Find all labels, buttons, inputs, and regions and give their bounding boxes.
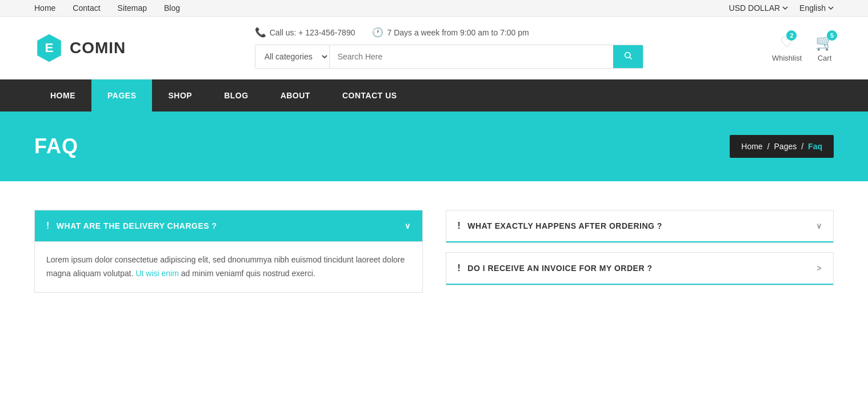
nav-shop[interactable]: SHOP [152, 79, 208, 112]
breadcrumb-sep1: / [767, 142, 770, 151]
language-chevron-icon [828, 5, 834, 11]
breadcrumb-home[interactable]: Home [741, 142, 762, 151]
breadcrumb: Home / Pages / Faq [730, 135, 834, 158]
search-bar: All categories [255, 45, 643, 69]
faq-left-col: ! WHAT ARE THE DELIVERY CHARGES ? ∨ Lore… [34, 210, 423, 302]
faq-content: ! WHAT ARE THE DELIVERY CHARGES ? ∨ Lore… [0, 181, 868, 331]
faq-chevron-ordering: ∨ [816, 221, 822, 230]
faq-body-delivery: Lorem ipsum dolor consectetue adipiscing… [35, 241, 422, 292]
hours-info: 🕐 7 Days a week from 9:00 am to 7:00 pm [372, 27, 529, 38]
faq-body-link[interactable]: Ut wisi enim [135, 269, 178, 278]
cart-button[interactable]: 🛒 5 Cart [815, 34, 834, 62]
currency-chevron-icon [782, 5, 788, 11]
header-center: 📞 Call us: + 123-456-7890 🕐 7 Days a wee… [255, 27, 643, 69]
top-bar: Home Contact Sitemap Blog USD DOLLAR Eng… [0, 0, 868, 17]
hours-label: 7 Days a week from 9:00 am to 7:00 pm [387, 28, 529, 37]
faq-icon-ordering: ! [458, 221, 461, 231]
page-title: FAQ [34, 134, 78, 158]
phone-info: 📞 Call us: + 123-456-7890 [255, 27, 355, 38]
logo-hex-icon: E [34, 33, 64, 63]
clock-icon: 🕐 [372, 27, 383, 38]
cart-badge: 5 [827, 30, 837, 41]
page-banner: FAQ Home / Pages / Faq [0, 112, 868, 181]
phone-label: Call us: + 123-456-7890 [270, 28, 355, 37]
svg-line-3 [630, 57, 631, 59]
wishlist-label: Whishlist [772, 54, 802, 62]
nav-about[interactable]: ABOUT [265, 79, 326, 112]
faq-title-invoice: DO I RECEIVE AN INVOICE FOR MY ORDER ? [467, 264, 817, 273]
main-nav: HOME PAGES SHOP BLOG ABOUT CONTACT US [0, 79, 868, 112]
breadcrumb-sep2: / [801, 142, 803, 151]
breadcrumb-pages[interactable]: Pages [774, 142, 797, 151]
faq-title-ordering: WHAT EXACTLY HAPPENS AFTER ORDERING ? [467, 221, 815, 230]
faq-header-ordering[interactable]: ! WHAT EXACTLY HAPPENS AFTER ORDERING ? … [446, 210, 834, 242]
faq-item-invoice: ! DO I RECEIVE AN INVOICE FOR MY ORDER ?… [446, 252, 834, 285]
phone-icon: 📞 [255, 27, 266, 38]
faq-icon-delivery: ! [46, 221, 50, 231]
faq-chevron-invoice: > [817, 264, 822, 273]
language-dropdown[interactable]: English [799, 3, 834, 13]
nav-blog[interactable]: BLOG [208, 79, 264, 112]
top-nav: Home Contact Sitemap Blog [34, 3, 180, 13]
header: E COMIN 📞 Call us: + 123-456-7890 🕐 7 Da… [0, 17, 868, 79]
search-button[interactable] [613, 45, 643, 68]
top-right: USD DOLLAR English [729, 3, 834, 13]
faq-icon-invoice: ! [458, 263, 461, 273]
wishlist-badge: 2 [786, 30, 797, 41]
breadcrumb-current: Faq [808, 142, 822, 151]
faq-right-col: ! WHAT EXACTLY HAPPENS AFTER ORDERING ? … [446, 210, 834, 302]
cart-label: Cart [818, 54, 832, 62]
logo[interactable]: E COMIN [34, 33, 126, 63]
language-label: English [799, 3, 826, 13]
faq-item-delivery: ! WHAT ARE THE DELIVERY CHARGES ? ∨ Lore… [34, 210, 423, 293]
nav-home[interactable]: HOME [34, 79, 91, 112]
search-icon [623, 51, 633, 60]
nav-sitemap[interactable]: Sitemap [118, 3, 147, 13]
search-input[interactable] [330, 45, 613, 68]
currency-dropdown[interactable]: USD DOLLAR [729, 3, 788, 13]
wishlist-button[interactable]: ♡ 2 Whishlist [772, 34, 802, 62]
nav-blog[interactable]: Blog [164, 3, 180, 13]
nav-contact[interactable]: Contact [73, 3, 100, 13]
nav-contact-us[interactable]: CONTACT US [326, 79, 413, 112]
faq-header-invoice[interactable]: ! DO I RECEIVE AN INVOICE FOR MY ORDER ?… [446, 253, 834, 285]
nav-pages[interactable]: PAGES [91, 79, 152, 112]
faq-body-text-delivery: Lorem ipsum dolor consectetue adipiscing… [46, 255, 405, 278]
logo-text: COMIN [70, 39, 126, 57]
svg-text:E: E [45, 40, 53, 54]
currency-label: USD DOLLAR [729, 3, 780, 13]
faq-header-delivery[interactable]: ! WHAT ARE THE DELIVERY CHARGES ? ∨ [35, 210, 422, 241]
header-right: ♡ 2 Whishlist 🛒 5 Cart [772, 34, 834, 62]
faq-chevron-delivery: ∨ [405, 221, 411, 230]
contact-info: 📞 Call us: + 123-456-7890 🕐 7 Days a wee… [255, 27, 643, 38]
faq-item-ordering: ! WHAT EXACTLY HAPPENS AFTER ORDERING ? … [446, 210, 834, 243]
category-select[interactable]: All categories [255, 45, 330, 68]
nav-home[interactable]: Home [34, 3, 55, 13]
faq-title-delivery: WHAT ARE THE DELIVERY CHARGES ? [57, 221, 405, 230]
